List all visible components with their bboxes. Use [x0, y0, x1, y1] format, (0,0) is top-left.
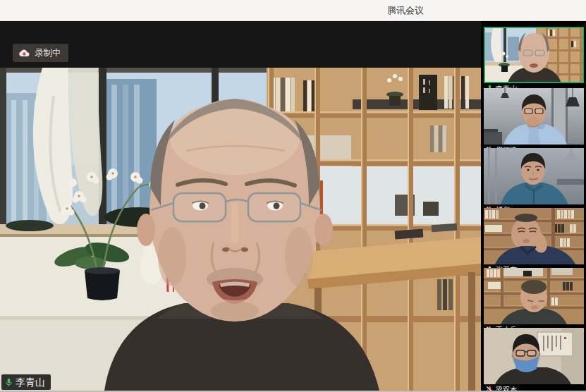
- cloud-record-icon: [18, 49, 30, 58]
- participants-sidebar: 李青山: [481, 21, 586, 392]
- participant-tile[interactable]: 张卫东: [484, 208, 584, 264]
- main-video-feed: [0, 68, 481, 391]
- participant-video-feed: [484, 268, 584, 324]
- participant-video-feed: [484, 148, 584, 204]
- main-speaker-name: 李青山: [16, 377, 45, 387]
- main-speaker-label: 李青山: [1, 374, 51, 390]
- participant-tile[interactable]: 王小兵: [484, 268, 584, 324]
- participant-tile[interactable]: 褚华: [484, 148, 584, 204]
- main-stage[interactable]: 录制中 李青山: [0, 21, 481, 392]
- recording-badge[interactable]: 录制中: [13, 44, 68, 62]
- microphone-icon: [4, 378, 13, 387]
- window-title: 腾讯会议: [387, 4, 424, 17]
- participant-tile[interactable]: 崔江涛: [484, 88, 584, 145]
- recording-label: 录制中: [35, 47, 61, 59]
- participant-video-feed: [484, 208, 584, 264]
- participant-video-feed: [484, 88, 584, 145]
- participant-video-feed: [484, 27, 584, 83]
- participant-video-feed: [484, 328, 584, 384]
- participant-tile[interactable]: 李青山: [484, 27, 584, 83]
- participant-tile[interactable]: 梁双杰: [484, 328, 584, 384]
- title-bar: 腾讯会议: [0, 0, 586, 21]
